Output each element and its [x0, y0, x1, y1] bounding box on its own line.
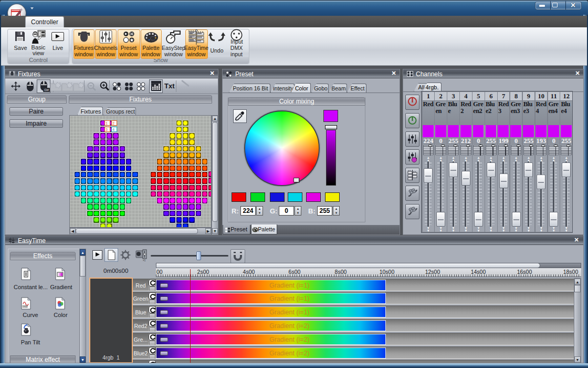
svg-text:sin(x): sin(x) [23, 305, 27, 308]
svg-text:×1: ×1 [143, 259, 146, 262]
